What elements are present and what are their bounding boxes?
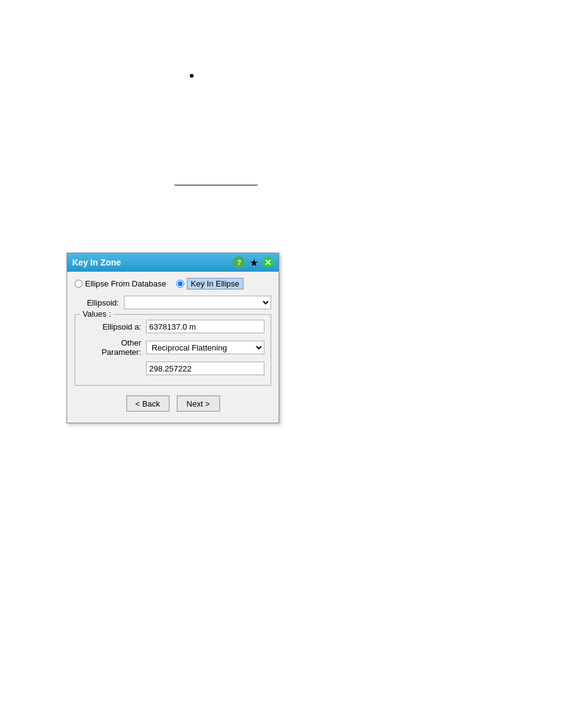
underline-decoration: [174, 185, 258, 185]
values-group: Values : Ellipsoid a: Other Parameter: R…: [75, 314, 271, 386]
next-button[interactable]: Next >: [177, 396, 220, 412]
close-icon-button[interactable]: ✕: [263, 257, 274, 268]
ellipse-from-database-radio[interactable]: [75, 280, 83, 288]
help-icon-button[interactable]: ?: [233, 256, 245, 269]
dialog-content: Ellipse From Database Key In Ellipse Ell…: [67, 272, 279, 423]
ellipse-from-database-option[interactable]: Ellipse From Database: [75, 279, 166, 288]
other-parameter-row: Other Parameter: Reciprocal Flattening S…: [81, 338, 264, 357]
values-legend: Values :: [80, 309, 113, 319]
button-row: < Back Next >: [75, 392, 271, 416]
key-in-ellipse-option[interactable]: Key In Ellipse: [176, 278, 244, 290]
key-in-ellipse-label: Key In Ellipse: [187, 278, 244, 290]
other-parameter-label: Other Parameter:: [81, 338, 146, 357]
other-parameter-value-row: [81, 362, 264, 375]
ellipsoid-a-input[interactable]: [146, 320, 264, 333]
key-in-zone-dialog: Key In Zone ? ★ ✕ Ellipse From Database …: [67, 253, 279, 423]
bullet-point: [190, 74, 194, 78]
ellipsoid-a-label: Ellipsoid a:: [81, 322, 146, 331]
ellipse-from-database-label: Ellipse From Database: [85, 279, 166, 288]
ellipsoid-row: Ellipsoid:: [75, 296, 271, 309]
ellipsoid-a-row: Ellipsoid a:: [81, 320, 264, 333]
back-button[interactable]: < Back: [126, 396, 169, 412]
dialog-titlebar: Key In Zone ? ★ ✕: [67, 253, 279, 272]
ellipsoid-dropdown[interactable]: [124, 296, 271, 309]
star-icon-button[interactable]: ★: [248, 256, 260, 269]
other-parameter-value-input[interactable]: [146, 362, 264, 375]
titlebar-icons: ? ★ ✕: [233, 256, 274, 269]
dialog-title: Key In Zone: [72, 258, 233, 267]
other-parameter-select[interactable]: Reciprocal Flattening Semi-minor axis Ec…: [146, 341, 264, 354]
radio-row: Ellipse From Database Key In Ellipse: [75, 278, 271, 290]
ellipsoid-label: Ellipsoid:: [75, 298, 124, 307]
key-in-ellipse-radio[interactable]: [176, 280, 184, 288]
